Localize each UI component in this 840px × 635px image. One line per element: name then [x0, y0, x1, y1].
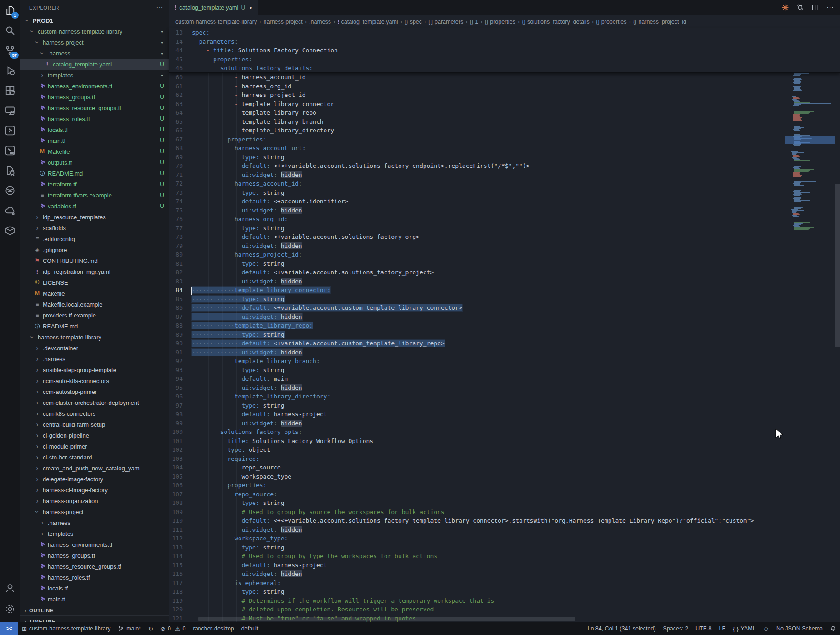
- code-line-106[interactable]: 106 properties:: [169, 481, 840, 490]
- code-line-108[interactable]: 108 type: string: [169, 499, 840, 508]
- breadcrumb-item[interactable]: {}properties: [596, 19, 626, 25]
- tree-folder-scaffolds[interactable]: ›scaffolds: [20, 222, 169, 233]
- code-line-110[interactable]: 110 default: <+<+variable.account.soluti…: [169, 516, 840, 525]
- line-number[interactable]: 95: [169, 383, 192, 393]
- line-number[interactable]: 90: [169, 339, 192, 348]
- tree-folder-custom-harness-template-library[interactable]: ›custom-harness-template-library●: [20, 26, 169, 37]
- code-line-120[interactable]: 120 # deleted upon completion. Resources…: [169, 605, 840, 614]
- timeline-section-header[interactable]: › TIMELINE: [20, 615, 169, 622]
- line-number[interactable]: 84: [169, 286, 192, 295]
- status-problems[interactable]: ⊘0⚠0: [157, 622, 189, 635]
- code-line-62[interactable]: 62 - harness_project_id: [169, 91, 840, 100]
- line-number[interactable]: 67: [169, 135, 192, 144]
- line-number[interactable]: 70: [169, 161, 192, 171]
- line-number[interactable]: 79: [169, 242, 192, 251]
- code-line-79[interactable]: 79 ui:widget: hidden: [169, 242, 840, 251]
- line-number[interactable]: 118: [169, 587, 192, 596]
- line-number[interactable]: 66: [169, 126, 192, 135]
- line-number[interactable]: 81: [169, 259, 192, 268]
- code-line-70[interactable]: 70 default: <+<+variable.account.solutio…: [169, 161, 840, 171]
- line-number[interactable]: 91: [169, 348, 192, 357]
- tree-folder--harness[interactable]: ›.harness●: [20, 48, 169, 59]
- tree-folder--harness[interactable]: ›.harness: [20, 517, 169, 528]
- status-repo[interactable]: ⊞custom-harness-template-library: [18, 622, 114, 635]
- line-number[interactable]: 46: [169, 64, 192, 73]
- breadcrumb-item[interactable]: .harness: [309, 19, 331, 25]
- line-number[interactable]: 72: [169, 179, 192, 188]
- tree-folder-harness-ci-image-factory[interactable]: ›harness-ci-image-factory: [20, 484, 169, 495]
- code-line-68[interactable]: 68 harness_account_url:: [169, 144, 840, 153]
- code-line-44[interactable]: 44 - title: Solutions Factory Connection: [169, 46, 840, 55]
- line-number[interactable]: 88: [169, 321, 192, 330]
- code-line-72[interactable]: 72 harness_account_id:: [169, 179, 840, 188]
- tree-folder-ansible-step-group-template[interactable]: ›ansible-step-group-template: [20, 364, 169, 375]
- extensions-icon[interactable]: [3, 84, 17, 97]
- more-actions-icon[interactable]: ⋯: [826, 3, 834, 12]
- code-line-117[interactable]: 117 is_ephemeral:: [169, 579, 840, 588]
- line-number[interactable]: 93: [169, 366, 192, 375]
- code-line-86[interactable]: 86··············default: <+variable.acco…: [169, 303, 840, 312]
- line-number[interactable]: 110: [169, 516, 192, 525]
- line-number[interactable]: 78: [169, 232, 192, 242]
- line-number[interactable]: 114: [169, 552, 192, 561]
- code-line-100[interactable]: 100 solutions_factory_opts:: [169, 428, 840, 437]
- code-line-107[interactable]: 107 repo_source:: [169, 490, 840, 499]
- code-editor[interactable]: 13spec:14 parameters:44 - title: Solutio…: [169, 28, 840, 622]
- code-line-99[interactable]: 99 ui:widget: hidden: [169, 419, 840, 428]
- line-number[interactable]: 106: [169, 481, 192, 490]
- code-line-66[interactable]: 66 - template_library_directory: [169, 126, 840, 135]
- tree-folder-ccm-autostop-primer[interactable]: ›ccm-autostop-primer: [20, 386, 169, 397]
- tree-file-variables-tf[interactable]: variables.tfU: [20, 201, 169, 212]
- accounts-icon[interactable]: [3, 581, 17, 595]
- tree-file-license[interactable]: ©LICENSE: [20, 277, 169, 288]
- line-number[interactable]: 113: [169, 543, 192, 552]
- tree-file-locals-tf[interactable]: locals.tf: [20, 583, 169, 594]
- code-line-87[interactable]: 87··············ui:widget: hidden: [169, 312, 840, 322]
- tree-folder-delegate-image-factory[interactable]: ›delegate-image-factory: [20, 474, 169, 484]
- code-line-46[interactable]: 46 solutions_factory_details:: [169, 64, 840, 73]
- line-number[interactable]: 111: [169, 525, 192, 534]
- code-line-64[interactable]: 64 - template_library_repo: [169, 108, 840, 117]
- tree-folder-harness-organization[interactable]: ›harness-organization: [20, 495, 169, 506]
- tree-folder-ccm-cluster-orchestrator-deployment[interactable]: ›ccm-cluster-orchestrator-deployment: [20, 397, 169, 408]
- tree-file-harness-resource-groups-tf[interactable]: harness_resource_groups.tf: [20, 561, 169, 572]
- tree-file-harness-environments-tf[interactable]: harness_environments.tfU: [20, 81, 169, 91]
- code-line-83[interactable]: 83 ui:widget: hidden: [169, 277, 840, 286]
- line-number[interactable]: 103: [169, 454, 192, 464]
- tree-file-readme-md[interactable]: README.md: [20, 321, 169, 332]
- code-line-119[interactable]: 119 # Determines if the workflow will tr…: [169, 596, 840, 605]
- tree-file-harness-roles-tf[interactable]: harness_roles.tf: [20, 572, 169, 583]
- tree-file-harness-environments-tf[interactable]: harness_environments.tf: [20, 539, 169, 550]
- line-number[interactable]: 74: [169, 197, 192, 206]
- tree-folder-ci-sto-hcr-standard[interactable]: ›ci-sto-hcr-standard: [20, 452, 169, 463]
- tree-file-harness-groups-tf[interactable]: harness_groups.tf: [20, 550, 169, 561]
- line-number[interactable]: 94: [169, 374, 192, 383]
- extension-run-icon[interactable]: [781, 4, 789, 11]
- code-line-111[interactable]: 111 ui:widget: hidden: [169, 525, 840, 534]
- code-line-91[interactable]: 91··············ui:widget: hidden: [169, 348, 840, 357]
- code-line-84[interactable]: 84············template_library_connector…: [169, 286, 840, 295]
- tree-folder-ccm-k8s-connectors[interactable]: ›ccm-k8s-connectors: [20, 408, 169, 419]
- remote-explorer-icon[interactable]: [3, 104, 17, 117]
- tree-folder-idp-resource-templates[interactable]: ›idp_resource_templates: [20, 212, 169, 222]
- status-rancher-desktop[interactable]: rancher-desktop: [189, 622, 237, 635]
- tree-file--editorconfig[interactable]: ≡.editorconfig: [20, 233, 169, 244]
- line-number[interactable]: 96: [169, 392, 192, 401]
- outline-section-header[interactable]: › OUTLINE: [20, 605, 169, 615]
- tree-folder-harness-template-library[interactable]: ›harness-template-library: [20, 332, 169, 343]
- split-editor-icon[interactable]: [811, 4, 819, 11]
- line-number[interactable]: 99: [169, 419, 192, 428]
- line-number[interactable]: 61: [169, 82, 192, 91]
- code-line-102[interactable]: 102 type: object: [169, 445, 840, 454]
- tree-file-readme-md[interactable]: README.mdU: [20, 168, 169, 179]
- line-number[interactable]: 62: [169, 91, 192, 100]
- tree-file-harness-resource-groups-tf[interactable]: harness_resource_groups.tfU: [20, 102, 169, 113]
- breadcrumb-item[interactable]: [ ]parameters: [428, 19, 463, 25]
- line-number[interactable]: 97: [169, 401, 192, 410]
- status-utf-8[interactable]: UTF-8: [692, 622, 715, 635]
- code-viewport[interactable]: 60 - harness_account_id61 - harness_org_…: [169, 73, 840, 622]
- line-number[interactable]: 115: [169, 561, 192, 570]
- line-number[interactable]: 120: [169, 605, 192, 614]
- code-line-63[interactable]: 63 - template_library_connector: [169, 100, 840, 109]
- code-line-74[interactable]: 74 default: <+account.identifier>: [169, 197, 840, 206]
